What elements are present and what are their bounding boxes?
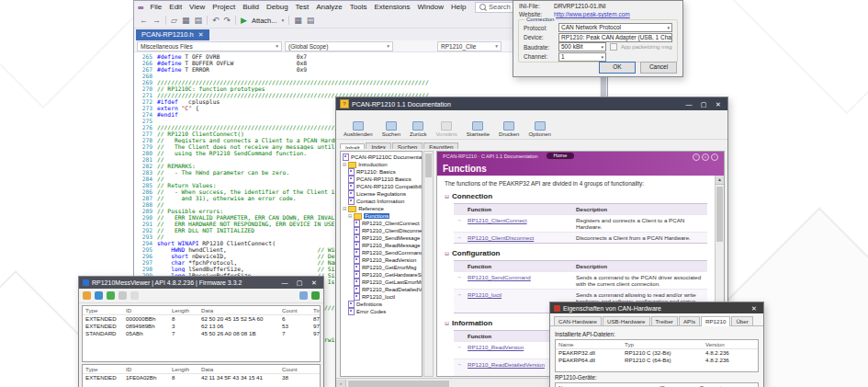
column-header[interactable]: Name <box>556 383 657 387</box>
tree-item[interactable]: ⊟Functions <box>341 212 422 220</box>
ok-button[interactable]: OK <box>599 62 636 74</box>
refresh-icon[interactable] <box>95 291 103 300</box>
list-item[interactable]: EXTENDED0894989Bh362 13 06539754766 <box>83 323 320 330</box>
close-icon[interactable]: ✕ <box>309 278 320 288</box>
tab-about[interactable]: Über <box>731 316 752 325</box>
column-header[interactable]: ID <box>123 365 169 373</box>
collapse-icon[interactable]: ⊟ <box>445 250 449 256</box>
home-pill[interactable]: Home <box>547 153 575 159</box>
column-header[interactable]: Parameter <box>697 383 756 387</box>
expander-icon[interactable]: ⊟ <box>348 213 352 219</box>
function-link[interactable]: RP1210_ReadVersion <box>468 344 524 350</box>
tab-can-hardware[interactable]: CAN-Hardware <box>554 316 602 325</box>
chevron-down-icon[interactable]: ▾ <box>281 17 284 23</box>
channel-select[interactable]: 1 ▾ <box>558 52 606 62</box>
tree-item[interactable]: PCAN-RP1210 Basics <box>341 176 422 183</box>
search-button[interactable]: Suchen <box>382 121 400 137</box>
expander-icon[interactable]: ⊟ <box>343 206 346 211</box>
tree-item[interactable]: RP1210_ClientDisconnect <box>341 227 422 234</box>
website-link[interactable]: http://www.peak-system.com <box>554 11 630 17</box>
forward-button[interactable]: Vorwärts <box>435 121 457 137</box>
tree-item[interactable]: Definitions <box>341 301 422 308</box>
column-header[interactable]: Count <box>279 365 310 373</box>
menu-item-test[interactable]: Test <box>292 3 313 11</box>
forward-icon[interactable]: → <box>152 16 161 25</box>
tree-item[interactable]: RP1210_GetLastErrorMsg <box>341 279 422 286</box>
tree-item[interactable]: License Regulations <box>341 190 422 198</box>
plug-icon[interactable] <box>311 291 320 300</box>
attach-button[interactable]: Attach... <box>252 17 277 25</box>
save-all-icon[interactable]: ▤ <box>194 16 202 25</box>
banner-up-icon[interactable]: ˄ <box>702 154 709 161</box>
menu-item-extensions[interactable]: Extensions <box>370 3 413 11</box>
tree-scrollbar[interactable] <box>423 151 434 377</box>
close-icon[interactable]: ✕ <box>749 303 760 313</box>
tree-item[interactable]: RP1210_GetErrorMsg <box>341 264 422 271</box>
menu-item-file[interactable]: File <box>146 3 165 11</box>
column-header[interactable]: Length <box>169 365 198 373</box>
clear-icon[interactable] <box>130 291 139 300</box>
column-header[interactable]: Version <box>703 340 759 348</box>
menu-item-analyze[interactable]: Analyze <box>312 3 345 11</box>
home-button[interactable]: Startseite <box>467 121 490 137</box>
list-item[interactable]: EXTENDED000000BBh862 50 20 45 15 52 5A 6… <box>83 315 320 323</box>
close-tab-icon[interactable]: ✕ <box>198 29 204 40</box>
menu-item-window[interactable]: Window <box>414 3 447 11</box>
menu-item-help[interactable]: Help <box>447 3 469 11</box>
function-link[interactable]: RP1210_ClientConnect <box>468 217 527 223</box>
redo-icon[interactable]: ↷ <box>224 16 231 25</box>
tree-item[interactable]: RP1210_ReadVersion <box>341 256 422 264</box>
protocol-select[interactable]: CAN Network Protocol ▾ <box>558 23 672 32</box>
menu-item-tools[interactable]: Tools <box>346 3 371 11</box>
tree-item[interactable]: PCAN-RP1210C Documentation <box>341 154 422 161</box>
hide-button[interactable]: Ausblenden <box>344 121 373 137</box>
column-header[interactable]: Data <box>198 306 279 314</box>
packetizing-checkbox[interactable] <box>610 43 617 51</box>
collapse-icon[interactable]: ⊟ <box>445 193 449 199</box>
tool-grid-icon[interactable]: ▦ <box>294 16 302 25</box>
tab-apis[interactable]: APIs <box>679 316 700 325</box>
function-link[interactable]: RP1210_ReadDetailedVersion <box>468 361 545 368</box>
file-tab[interactable]: PCAN-RP1210.h ✕ <box>136 29 209 40</box>
menu-item-build[interactable]: Build <box>239 3 263 11</box>
help-icon[interactable] <box>299 291 308 300</box>
tab-rp1210[interactable]: RP1210 <box>701 316 730 326</box>
menu-item-view[interactable]: View <box>186 3 209 11</box>
tree-item[interactable]: ⊟Introduction <box>341 161 422 168</box>
function-link[interactable]: RP1210_Ioctl <box>468 291 502 298</box>
tree-item[interactable]: RP1210_SendCommand <box>341 249 422 256</box>
column-header[interactable]: ID <box>657 383 697 387</box>
column-header[interactable]: Data <box>198 365 279 373</box>
column-header[interactable]: Typ <box>622 340 703 348</box>
tab-usb-hardware[interactable]: USB-Hardware <box>603 316 650 325</box>
function-link[interactable]: RP1210_SendCommand <box>468 274 531 280</box>
column-header[interactable]: ID <box>123 306 169 314</box>
column-header[interactable]: Length <box>169 306 198 314</box>
banner-prev-icon[interactable]: ‹ <box>693 154 700 161</box>
menu-item-debug[interactable]: Debug <box>263 3 292 11</box>
baudrate-select[interactable]: 500 kBit ▾ <box>558 42 606 51</box>
tree-item[interactable]: ⊟Reference <box>341 205 422 212</box>
function-link[interactable]: RP1210_ClientDisconnect <box>468 234 534 241</box>
tree-item[interactable]: RP1210: Basics <box>341 168 422 176</box>
minimize-icon[interactable]: — <box>279 278 290 288</box>
options-button[interactable]: Optionen <box>528 121 550 137</box>
cancel-button[interactable]: Cancel <box>640 62 677 74</box>
column-header[interactable]: Count <box>279 306 310 314</box>
maximize-icon[interactable]: ▢ <box>698 99 709 109</box>
tree-item[interactable]: RP1210_ReadDetailedVersion <box>341 286 422 293</box>
tree-item[interactable]: PCAN-RP1210 Compatibility <box>341 183 422 190</box>
menu-item-edit[interactable]: Edit <box>165 3 186 11</box>
menu-item-project[interactable]: Project <box>209 3 239 11</box>
back-icon[interactable]: ← <box>140 16 148 25</box>
tree-item[interactable]: RP1210_GetHardwareStatus <box>341 271 422 279</box>
column-header[interactable]: Type <box>83 365 123 373</box>
tool-list-icon[interactable]: ▤ <box>307 16 315 25</box>
print-button[interactable]: Drucken <box>499 121 519 137</box>
list-item[interactable]: STANDARD05ABh745 50 26 A0 08 08 1B797525… <box>83 330 320 337</box>
open-icon[interactable] <box>83 291 91 300</box>
tree-item[interactable]: RP1210_ClientConnect <box>341 220 422 227</box>
list-item[interactable]: PEAKRP64.dllRP1210 C (64-Bit)4.8.2.236 <box>556 357 758 364</box>
project-dropdown[interactable]: Miscellaneous Files ▾ <box>137 41 282 51</box>
column-header[interactable]: Name <box>556 340 622 348</box>
